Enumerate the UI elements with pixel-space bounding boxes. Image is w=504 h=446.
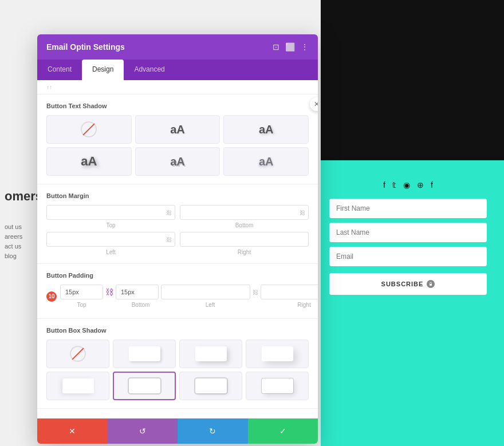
margin-link-icon-3: ⛓ [166,236,172,243]
fullscreen-icon[interactable]: ⊡ [273,42,279,52]
margin-labels-row2: Left Right [46,249,309,255]
margin-bottom-input[interactable] [180,205,309,220]
text-shadow-options: aA aA aA aA aA [46,115,309,176]
confirm-button[interactable]: ✓ [248,419,318,444]
padding-right-label: Right [258,302,318,308]
text-shadow-none[interactable] [46,115,132,144]
first-name-input[interactable] [329,199,487,218]
box-shadow-none[interactable] [46,340,109,368]
text-shadow-light[interactable]: aA [135,115,220,144]
button-box-shadow-section: Button Box Shadow [37,319,318,409]
lock-icon [427,280,435,288]
box-shadow-preview-7 [262,378,293,393]
padding-bottom-input[interactable] [116,285,159,299]
subscribe-label: SUBSCRIBE [381,281,424,287]
email-optin-preview: f 𝕥 ◉ ⊕ f SUBSCRIBE [321,169,495,306]
text-shadow-heavy[interactable]: aA [46,147,132,176]
box-shadow-preview-4 [62,378,94,393]
modal-body: ↑↑ Button Text Shadow aA aA aA [37,80,318,418]
subscribe-button[interactable]: SUBSCRIBE [329,273,487,295]
modal-title: Email Optin Settings [46,42,125,52]
settings-modal: Email Optin Settings ⊡ ⬜ ⋮ Content Desig… [37,34,318,444]
instagram-icon: ◉ [403,180,410,190]
text-shadow-outline-preview: aA [170,155,185,168]
padding-link-icon[interactable]: ⛓ [105,287,113,297]
padding-top-input[interactable] [60,285,103,299]
padding-inputs: ⛓ ⛓ Top Bottom [60,285,318,308]
sidebar-links: out us areers act us blog [5,223,22,259]
margin-left-input[interactable] [46,232,175,247]
modal-footer: ✕ ↺ ↻ ✓ [37,418,318,444]
modal-tabs: Content Design Advanced [37,60,318,80]
undo-button[interactable]: ↺ [108,419,178,444]
box-shadow-options [46,340,309,400]
bg-right-top [321,0,504,160]
padding-right-input[interactable] [261,285,318,299]
modal-header-icons: ⊡ ⬜ ⋮ [273,42,309,52]
padding-top-label: Top [60,302,103,308]
box-shadow-4[interactable] [46,372,109,400]
button-text-shadow-title: Button Text Shadow [46,102,309,109]
margin-bottom-label: Bottom [180,222,309,228]
box-shadow-7[interactable] [246,372,309,400]
box-shadow-preview-5 [129,378,160,393]
svg-rect-0 [430,284,432,286]
text-shadow-medium[interactable]: aA [223,115,309,144]
padding-spacer: ⛓ [161,285,318,299]
modal-header: Email Optin Settings ⊡ ⬜ ⋮ [37,34,318,60]
text-shadow-heavy-preview: aA [81,154,97,169]
button-margin-title: Button Margin [46,192,309,199]
padding-labels: Top Bottom Left Right [60,302,318,308]
margin-left-label: Left [46,249,175,255]
dribbble-icon: ⊕ [417,180,424,190]
padding-main-row: 10 ⛓ ⛓ [46,285,309,308]
text-shadow-medium-preview: aA [259,123,274,136]
padding-left-input[interactable] [161,285,250,299]
box-shadow-2[interactable] [179,340,242,368]
padding-link-icon-2: ⛓ [253,289,258,295]
box-shadow-preview-1 [129,346,160,361]
margin-link-icon-1: ⛓ [166,210,172,216]
sidebar-link-2[interactable]: areers [5,233,22,240]
redo-button[interactable]: ↻ [178,419,248,444]
button-padding-title: Button Padding [46,272,309,279]
button-padding-section: Button Padding 10 ⛓ ⛓ [37,264,318,319]
text-shadow-outline[interactable]: aA [135,147,220,176]
box-shadow-3[interactable] [246,340,309,368]
email-input[interactable] [329,247,487,266]
scroll-indicator: ↑↑ [37,80,318,94]
box-shadow-5[interactable] [113,372,176,400]
margin-link-icon-2: ⛓ [300,210,305,216]
margin-labels-row1: Top Bottom [46,222,309,228]
cancel-button[interactable]: ✕ [37,419,108,444]
no-shadow-icon [81,121,97,137]
box-shadow-6[interactable] [179,372,242,400]
sidebar-link-3[interactable]: act us [5,243,22,250]
box-shadow-1[interactable] [113,340,176,368]
tab-design[interactable]: Design [82,60,124,80]
split-icon[interactable]: ⬜ [285,42,295,52]
margin-right-label: Right [180,249,309,255]
tab-advanced[interactable]: Advanced [124,60,175,80]
sidebar-link-1[interactable]: out us [5,223,22,230]
margin-left-group: ⛓ [46,232,175,247]
text-shadow-raised[interactable]: aA [223,147,309,176]
margin-top-label: Top [46,222,175,228]
sidebar-link-4[interactable]: blog [5,252,22,259]
social-icons-row: f 𝕥 ◉ ⊕ f [329,180,487,190]
button-text-shadow-section: Button Text Shadow aA aA aA [37,94,318,184]
last-name-input[interactable] [329,223,487,242]
margin-right-input[interactable] [180,232,309,247]
twitter-icon: 𝕥 [392,180,396,190]
margin-top-group: ⛓ [46,205,175,220]
margin-top-input[interactable] [46,205,175,220]
text-shadow-raised-preview: aA [259,155,274,168]
tab-content[interactable]: Content [37,60,82,80]
margin-inputs-row1: ⛓ ⛓ [46,205,309,220]
button-margin-section: Button Margin ⛓ ⛓ Top Bottom [37,184,318,264]
margin-row2: ⛓ Left Right [46,232,309,255]
sizing-section[interactable]: Sizing ⌄ [37,409,318,418]
more-icon[interactable]: ⋮ [301,42,309,52]
no-box-shadow-icon [70,346,86,362]
box-shadow-preview-2 [195,346,227,361]
